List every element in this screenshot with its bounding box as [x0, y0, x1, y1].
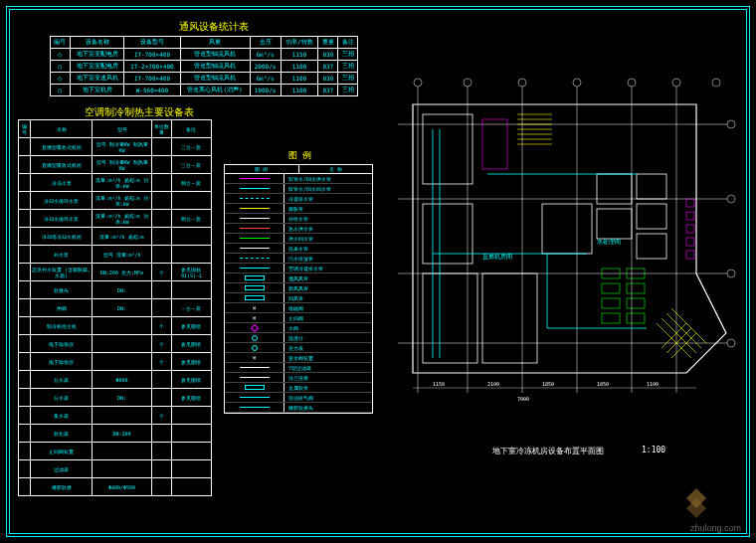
- svg-point-5: [672, 79, 680, 87]
- legend-row: 新风风管: [225, 283, 372, 293]
- legend-symbol: [225, 234, 284, 243]
- svg-text:1100: 1100: [647, 381, 659, 387]
- svg-text:1850: 1850: [597, 381, 609, 387]
- legend-symbol: [225, 293, 284, 302]
- room-label-1: 直燃机房间: [482, 253, 512, 260]
- svg-point-15: [727, 270, 735, 277]
- table-row: 制冷机组主机个参见图纸: [19, 317, 212, 335]
- legend-row: 自动排气阀: [225, 393, 372, 403]
- legend-label: 温度计: [284, 335, 372, 341]
- table-header: 备注: [338, 37, 358, 49]
- legend-row: 补给水管: [225, 214, 372, 224]
- watermark-text: zhulong.com: [690, 523, 741, 533]
- svg-rect-36: [627, 283, 645, 293]
- legend-symbol: [225, 363, 284, 372]
- table-row: 止回阀装置: [19, 443, 212, 460]
- legend-symbol: [225, 254, 284, 263]
- table-row: 软接头DN:: [19, 281, 212, 299]
- legend-row: 热水供水管: [225, 224, 372, 234]
- table-row: 分水器DN:参见图纸: [19, 389, 212, 407]
- table-row: ◯地下室变配电房IT-700×400管道型轴流风机6m³/s1150039三相: [51, 49, 358, 61]
- svg-rect-25: [542, 204, 592, 254]
- table-row: 过滤器: [19, 460, 212, 478]
- legend-row: 回风管: [225, 293, 372, 303]
- svg-point-14: [727, 195, 735, 203]
- table-row: 软化器DN:100: [19, 425, 212, 443]
- legend-row: 温度计: [225, 333, 372, 343]
- legend-label: 污水排放管: [284, 256, 372, 262]
- legend-symbol: [225, 383, 284, 392]
- hvac-equipment-table: 编号名称型号单位数量备注 直燃型吸收式机组型号 制冷量KW 制热量KW三台一套直…: [18, 119, 212, 496]
- legend-symbol: [225, 174, 284, 183]
- legend-symbol: [225, 273, 284, 282]
- table-header: 全压: [250, 37, 281, 49]
- table-header: 风量: [180, 37, 250, 49]
- legend-symbol: ✕: [225, 303, 284, 312]
- table-header: 功率/转数: [281, 37, 318, 49]
- legend-row: ✕止回阀: [225, 313, 372, 323]
- legend-title: 图 例: [288, 149, 311, 162]
- table-header: 备注: [171, 120, 211, 138]
- legend-row: 空调冷凝排水管: [225, 264, 372, 273]
- svg-rect-30: [637, 234, 666, 259]
- legend-row: Y型过滤器: [225, 363, 372, 373]
- legend-symbol: [225, 393, 284, 402]
- legend-label: 压力表: [284, 345, 372, 351]
- table-header: 重量: [318, 37, 338, 49]
- table-row: 补水泵型号 流量:m³/h: [19, 246, 212, 264]
- svg-rect-21: [423, 114, 472, 184]
- ventilation-equipment-table: 编号设备名称设备型号风量全压功率/转数重量备注 ◯地下室变配电房IT-700×4…: [50, 36, 358, 96]
- legend-symbol: ✕: [225, 353, 284, 362]
- table-row: 定压补水装置 (含膨胀罐,水箱)DN:200 压力:MPa个参见国标01(S)-…: [19, 264, 212, 281]
- legend-label: 电磁阀: [284, 305, 372, 311]
- svg-point-0: [414, 79, 422, 87]
- table-header: 型号: [93, 120, 152, 138]
- legend-symbol: [225, 204, 284, 213]
- legend-row: 供水回水管: [225, 234, 372, 244]
- legend-row: 双管水/回水回水管: [225, 184, 372, 194]
- legend-header: 图 例: [225, 165, 299, 173]
- floor-plan-drawing: 直燃机房间 水处理间 11502100 18501850 1100 7000: [388, 75, 736, 423]
- legend-symbol: [225, 333, 284, 342]
- legend-label: 橡胶软接头: [284, 405, 372, 411]
- legend-symbol: [225, 283, 284, 292]
- svg-point-1: [464, 79, 472, 87]
- legend-row: 压力表: [225, 343, 372, 353]
- hvac-table-title: 空调制冷制热主要设备表: [85, 105, 194, 119]
- table-row: 冷却水循环水泵流量:m³/h 扬程:m 功率:kW两台一套: [19, 210, 212, 228]
- svg-rect-37: [627, 298, 645, 308]
- legend-row: 膨胀管: [225, 204, 372, 214]
- svg-text:1850: 1850: [542, 381, 554, 387]
- legend-label: 新风风管: [284, 285, 372, 291]
- legend-symbol: [225, 264, 284, 272]
- svg-rect-27: [597, 209, 632, 239]
- legend-symbol: ✕: [225, 313, 284, 322]
- table-row: ◯地下室变配电房IT-2×700×400管道型轴流风机2000/s1100037…: [51, 61, 358, 73]
- table-row: ◯地下室机房W-560×400管道离心风机(消声)1900/s1100037三相: [51, 85, 358, 96]
- svg-rect-44: [482, 119, 507, 169]
- table-header: 单位数量: [151, 120, 171, 138]
- legend-header: 名 称: [299, 165, 373, 173]
- table-row: ◯地下室变速风机IT-700×400管道型轴流风机6m³/s1100039三相: [51, 73, 358, 85]
- legend-row: ✕电磁阀: [225, 303, 372, 313]
- legend-row: 双管水/回水供水管: [225, 174, 372, 184]
- legend-symbol: [225, 224, 284, 233]
- svg-rect-22: [423, 204, 472, 264]
- legend-symbol: [225, 214, 284, 223]
- legend-label: 热水供水管: [284, 226, 372, 232]
- svg-text:1150: 1150: [433, 381, 445, 387]
- legend-label: 冷凝排水管: [284, 196, 372, 202]
- legend-row: 橡胶软接头: [225, 403, 372, 413]
- svg-rect-26: [597, 174, 632, 204]
- table-row: 集水器个: [19, 407, 212, 425]
- table-row: 闸阀DN:一台一套: [19, 299, 212, 317]
- legend-symbol: [225, 323, 284, 332]
- svg-rect-29: [637, 204, 666, 229]
- table-header: 名称: [30, 120, 92, 138]
- legend-table: 图 例名 称 双管水/回水供水管双管水/回水回水管冷凝排水管膨胀管补给水管热水供…: [224, 164, 373, 414]
- table-header: 设备型号: [124, 37, 180, 49]
- legend-label: 供水回水管: [284, 236, 372, 242]
- table-row: 电子除垢仪个参见图纸: [19, 335, 212, 353]
- legend-label: 安全阀装置: [284, 355, 372, 361]
- legend-symbol: [225, 403, 284, 412]
